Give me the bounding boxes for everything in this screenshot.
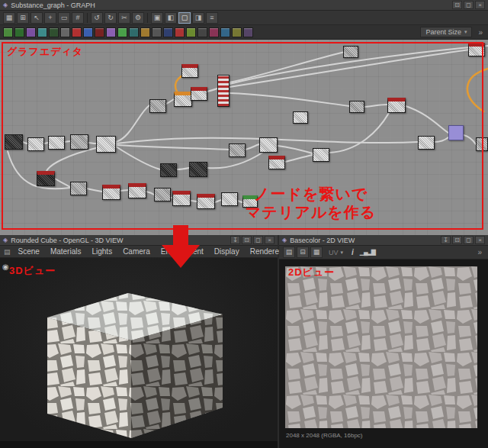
toolbar-overflow-chevron[interactable]: »: [478, 28, 483, 37]
open-file-icon[interactable]: ▤: [283, 247, 295, 258]
graph-node[interactable]: [149, 99, 166, 113]
graph-node[interactable]: [268, 156, 285, 169]
dock-icon[interactable]: ⊡: [242, 236, 252, 244]
export-image-icon[interactable]: ▦: [310, 247, 323, 258]
node-type-3-icon[interactable]: [26, 27, 36, 37]
dock-icon[interactable]: ⊡: [452, 1, 462, 9]
pin-icon[interactable]: ↧: [441, 236, 451, 244]
node-type-12-icon[interactable]: [129, 27, 139, 37]
graph-node[interactable]: [418, 136, 435, 150]
frame-tool-icon[interactable]: ▦: [3, 12, 15, 24]
graph-node[interactable]: [172, 191, 191, 206]
menu-item-materials[interactable]: Materials: [45, 247, 87, 256]
graph-node[interactable]: [27, 137, 44, 151]
redo-icon[interactable]: ↻: [104, 12, 117, 24]
graph-node[interactable]: [468, 43, 485, 56]
graph-node[interactable]: [387, 98, 406, 113]
histogram-icon[interactable]: ▁▄▂▇: [358, 249, 377, 256]
save-image-icon[interactable]: ⊟: [297, 247, 309, 258]
graph-node[interactable]: [96, 136, 116, 153]
graph-node[interactable]: [70, 182, 87, 195]
select-tool-icon[interactable]: ↖: [30, 12, 43, 24]
info-icon[interactable]: i: [348, 248, 357, 256]
graph-canvas[interactable]: グラフエディタ ノードを繋いで マテリアルを作る: [0, 40, 488, 235]
graph-node[interactable]: [174, 92, 192, 107]
node-type-11-icon[interactable]: [117, 27, 127, 37]
node-type-8-icon[interactable]: [83, 27, 93, 37]
close-icon[interactable]: ×: [475, 236, 485, 244]
menu-item-scene[interactable]: Scene: [13, 247, 45, 256]
graph-node[interactable]: [343, 46, 358, 58]
node-type-6-icon[interactable]: [60, 27, 70, 37]
graph-node[interactable]: [448, 125, 464, 140]
comment-tool-icon[interactable]: ▭: [58, 12, 70, 24]
graph-node[interactable]: [259, 137, 278, 153]
cut-links-icon[interactable]: ✂: [118, 12, 130, 24]
menu-item-camera[interactable]: Camera: [117, 247, 156, 256]
node-type-14-icon[interactable]: [152, 27, 162, 37]
pin-tool-icon[interactable]: #: [72, 12, 84, 24]
node-type-17-icon[interactable]: [186, 27, 196, 37]
graph-node[interactable]: [221, 192, 238, 206]
graph-node[interactable]: [5, 134, 23, 150]
node-type-2-icon[interactable]: [14, 27, 24, 37]
add-node-icon[interactable]: +: [44, 12, 56, 24]
undo-icon[interactable]: ↺: [91, 12, 103, 24]
node-type-1-icon[interactable]: [3, 27, 13, 37]
graph-node[interactable]: [102, 185, 120, 200]
dock-icon[interactable]: ⊡: [452, 236, 462, 244]
menu-item-display[interactable]: Display: [209, 247, 245, 256]
node-type-10-icon[interactable]: [106, 27, 116, 37]
graph-node[interactable]: [48, 136, 65, 150]
node-type-20-icon[interactable]: [220, 27, 230, 37]
list-view-icon[interactable]: ≡: [206, 12, 218, 24]
node-type-16-icon[interactable]: [175, 27, 185, 37]
focus-frame-icon[interactable]: ▢: [178, 12, 191, 24]
view2d-viewport[interactable]: 2Dビュー 2048 x 2048 (RGBA, 16bpc): [279, 259, 488, 448]
graph-node[interactable]: [313, 148, 329, 162]
graph-node[interactable]: [154, 188, 171, 201]
pin-icon[interactable]: ↧: [230, 236, 240, 244]
graph-node[interactable]: [217, 75, 230, 107]
graph-node[interactable]: [191, 87, 207, 101]
float-icon[interactable]: ◻: [253, 236, 263, 244]
graph-node[interactable]: [349, 101, 364, 113]
node-type-5-icon[interactable]: [49, 27, 59, 37]
split-view-icon[interactable]: ◧: [165, 12, 177, 24]
float-icon[interactable]: ◻: [464, 236, 474, 244]
node-type-15-icon[interactable]: [163, 27, 173, 37]
settings-icon[interactable]: ⚙: [132, 12, 144, 24]
node-type-7-icon[interactable]: [72, 27, 82, 37]
grid-snap-icon[interactable]: ⊞: [17, 12, 29, 24]
graph-node[interactable]: [160, 163, 177, 177]
close-icon[interactable]: ×: [265, 236, 274, 244]
menu-item-environment[interactable]: Environment: [156, 247, 209, 256]
fit-view-icon[interactable]: ◨: [192, 12, 204, 24]
parent-size-dropdown[interactable]: Parent Size ▾: [420, 27, 472, 37]
graph-node[interactable]: [229, 143, 246, 157]
display-icon: ▤: [4, 248, 11, 256]
graph-node[interactable]: [128, 183, 146, 198]
graph-node[interactable]: [476, 137, 488, 151]
menu-item-lights[interactable]: Lights: [86, 247, 117, 256]
material-preview-icon[interactable]: ▣: [151, 12, 163, 24]
float-icon[interactable]: ◻: [464, 1, 474, 9]
view2d-overflow-chevron[interactable]: »: [477, 248, 482, 256]
uv-dropdown[interactable]: UV ▾: [325, 249, 347, 256]
camera-snapshot-icon[interactable]: ◉: [2, 263, 9, 271]
view3d-viewport[interactable]: ◉ 3Dビュー: [0, 258, 278, 448]
node-type-13-icon[interactable]: [140, 27, 150, 37]
node-type-21-icon[interactable]: [232, 27, 242, 37]
node-type-4-icon[interactable]: [37, 27, 47, 37]
graph-node[interactable]: [181, 64, 198, 78]
close-icon[interactable]: ×: [475, 1, 485, 9]
graph-node[interactable]: [37, 171, 55, 186]
graph-node[interactable]: [293, 111, 308, 124]
node-type-19-icon[interactable]: [209, 27, 219, 37]
graph-node[interactable]: [189, 162, 207, 177]
node-type-9-icon[interactable]: [95, 27, 104, 37]
node-type-18-icon[interactable]: [197, 27, 207, 37]
graph-node[interactable]: [70, 134, 88, 150]
graph-node[interactable]: [197, 194, 215, 209]
node-type-22-icon[interactable]: [243, 27, 253, 37]
